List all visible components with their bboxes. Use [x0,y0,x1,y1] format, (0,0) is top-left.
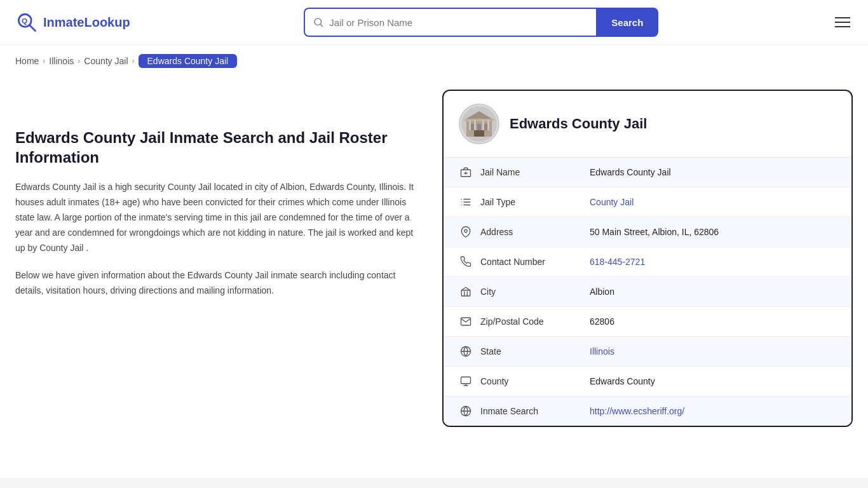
search-button[interactable]: Search [596,8,658,37]
info-row: Zip/Postal Code62806 [444,307,851,337]
svg-rect-8 [477,124,481,130]
info-value: 618-445-2721 [590,257,836,267]
info-value: Albion [590,287,836,297]
page-desc-2: Below we have given information about th… [15,268,422,299]
info-value: http://www.ecsheriff.org/ [590,406,836,416]
breadcrumb-sep-3: › [132,57,135,65]
info-value-link[interactable]: http://www.ecsheriff.org/ [590,406,684,416]
info-row: Contact Number618-445-2721 [444,247,851,277]
info-table: Jail NameEdwards County JailJail TypeCou… [444,158,851,426]
info-value: Edwards County [590,376,836,386]
search-icon [313,17,324,28]
breadcrumb-sep-2: › [78,57,80,65]
search-wrapper [304,8,596,37]
breadcrumb: Home › Illinois › County Jail › Edwards … [0,45,868,77]
info-row: Jail TypeCounty Jail [444,187,851,217]
svg-rect-15 [482,120,484,130]
info-label: County [480,376,582,386]
breadcrumb-sep-1: › [43,57,45,65]
svg-rect-14 [474,120,476,130]
info-value: 50 Main Street, Albion, IL, 62806 [590,227,836,237]
info-label: Zip/Postal Code [480,316,582,327]
info-label: Jail Name [480,167,582,177]
info-row: CityAlbion [444,277,851,307]
info-value: Illinois [590,346,836,356]
info-card: Edwards County Jail Jail NameEdwards Cou… [442,90,853,427]
info-label: Jail Type [480,197,582,207]
svg-rect-11 [474,130,484,137]
list-icon [459,196,473,208]
footer-bar [0,478,868,488]
info-value-link[interactable]: County Jail [590,197,634,207]
info-label: Inmate Search [480,406,582,416]
logo-link[interactable]: Q InmateLookup [15,11,130,34]
breadcrumb-illinois[interactable]: Illinois [49,56,74,66]
info-row: StateIllinois [444,337,851,367]
info-label: City [480,287,582,297]
svg-text:Q: Q [22,17,27,25]
svg-line-1 [30,25,36,31]
info-row: Address50 Main Street, Albion, IL, 62806 [444,217,851,247]
info-value: County Jail [590,197,836,207]
svg-rect-27 [461,290,470,296]
search-globe-icon [459,405,473,417]
svg-rect-32 [461,377,471,384]
svg-rect-13 [469,120,471,130]
county-icon [459,376,473,387]
breadcrumb-home[interactable]: Home [15,56,39,66]
hamburger-line-1 [835,17,850,18]
info-card-title: Edwards County Jail [510,116,647,132]
globe-icon [459,346,473,357]
hamburger-line-2 [835,22,850,23]
search-input[interactable] [329,17,588,28]
svg-rect-16 [487,120,489,130]
city-icon [459,286,473,297]
info-card-header: Edwards County Jail [444,91,851,158]
info-value: Edwards County Jail [590,167,836,177]
info-value-link[interactable]: 618-445-2721 [590,257,645,267]
header: Q InmateLookup Search [0,0,868,45]
info-label: Contact Number [480,257,582,267]
jail-avatar [459,104,499,144]
svg-point-26 [465,229,468,233]
phone-icon [459,256,473,268]
svg-line-4 [321,24,323,26]
search-area: Search [304,8,658,37]
hamburger-menu-button[interactable] [832,15,853,30]
info-label: State [480,346,582,356]
mail-icon [459,316,473,327]
info-label: Address [480,227,582,237]
info-value: 62806 [590,316,836,327]
main-content: Edwards County Jail Inmate Search and Ja… [0,77,868,452]
jail-building-icon [461,106,497,142]
right-column: Edwards County Jail Jail NameEdwards Cou… [442,90,853,427]
left-column: Edwards County Jail Inmate Search and Ja… [15,90,422,427]
page-desc-1: Edwards County Jail is a high security C… [15,180,422,255]
hamburger-line-3 [835,26,850,27]
logo-text: InmateLookup [43,15,130,30]
info-row: CountyEdwards County [444,367,851,396]
breadcrumb-current: Edwards County Jail [139,54,238,68]
building-icon [459,166,473,178]
page-title: Edwards County Jail Inmate Search and Ja… [15,128,422,167]
info-row: Jail NameEdwards County Jail [444,158,851,187]
location-icon [459,226,473,238]
info-value-link[interactable]: Illinois [590,346,614,356]
breadcrumb-county-jail[interactable]: County Jail [84,56,128,66]
info-row: Inmate Searchhttp://www.ecsheriff.org/ [444,396,851,426]
logo-icon: Q [15,11,38,34]
